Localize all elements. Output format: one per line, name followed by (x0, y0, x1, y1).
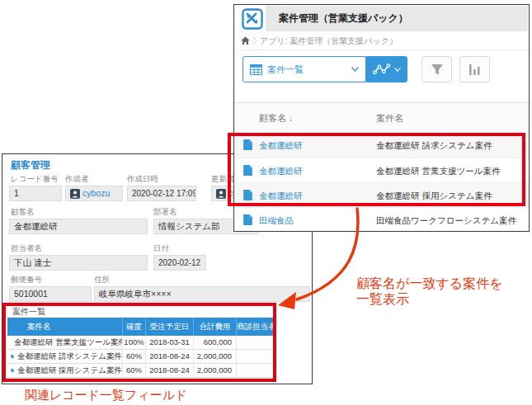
case-name: 金都運総研 請求システム案件 (376, 133, 492, 158)
page-title: 顧客管理 (11, 158, 50, 172)
negotiator (237, 336, 273, 349)
total-cost: 2,000,000 (194, 350, 237, 363)
date-label: 日付 (153, 243, 169, 254)
table-row[interactable]: 金都運総研 金都運総研 営業支援ツール案件 (234, 158, 529, 182)
created-value: 2020-02-12 17:09 (127, 186, 196, 201)
case-table-header: 顧客名 ↓ 案件名 (234, 102, 529, 133)
person-value: 下山 達士 (9, 255, 148, 271)
updater-label: 更新者 (211, 174, 235, 185)
toolbar: 案件一覧 (234, 51, 529, 87)
total-cost: 2,000,000 (194, 364, 237, 377)
annotation-match-note: 顧客名が一致する案件を 一覧表示 (356, 275, 503, 307)
customer-link[interactable]: 田端食品 (259, 208, 294, 233)
header-customer[interactable]: 顧客名 ↓ (259, 103, 293, 134)
address-value: 岐阜県岐阜市×××× (94, 286, 310, 302)
app-icon (242, 8, 263, 30)
chevron-down-icon (394, 68, 401, 72)
funnel-icon (431, 64, 444, 76)
col-negotiator: 商談担当者 (237, 318, 273, 336)
sort-desc-icon: ↓ (289, 114, 293, 123)
related-list-header: 案件名 確度 受注予定日 合計費用 商談担当者 (7, 318, 273, 336)
chevron-down-icon (351, 67, 359, 72)
col-probability: 確度 (123, 318, 146, 336)
breadcrumb-text[interactable]: アプリ: 案件管理（営業支援パック） (260, 32, 398, 50)
record-icon (242, 214, 253, 226)
view-selector-label: 案件一覧 (267, 64, 304, 76)
user-icon (216, 189, 226, 199)
record-icon (11, 365, 14, 375)
case-name: 金都運総研 営業支援ツール案件 (376, 158, 500, 183)
zip-value: 5010001 (9, 286, 92, 302)
customer-link[interactable]: 金都運総研 (259, 133, 303, 158)
customer-link[interactable]: 金都運総研 (259, 183, 303, 208)
address-label: 住所 (94, 275, 110, 285)
case-name: 金都運総研 採用システム案件 (376, 183, 492, 208)
customer-name-label: 顧客名 (11, 207, 35, 218)
creator-label: 作成者 (65, 174, 89, 185)
bar-chart-icon (468, 64, 481, 76)
probability: 60% (123, 350, 146, 363)
record-icon (242, 164, 253, 177)
header-case[interactable]: 案件名 (376, 103, 403, 134)
user-icon (70, 189, 80, 199)
customer-link[interactable]: 金都運総研 (259, 158, 303, 183)
total-cost: 600,000 (194, 336, 237, 349)
case-name: 金都運総研 請求システム案件 (17, 350, 122, 363)
table-row[interactable]: 金都運総研 金都運総研 採用システム案件 (234, 182, 529, 207)
order-date: 2018-08-24 (146, 350, 194, 363)
negotiator (237, 350, 273, 363)
record-no-value: 1 (9, 186, 62, 201)
view-selector-group: 案件一覧 (242, 56, 407, 82)
date-value: 2020-02-12 (153, 255, 206, 271)
related-list-label: 案件一覧 (12, 306, 45, 318)
home-icon[interactable] (241, 36, 250, 45)
created-label: 作成日時 (127, 174, 158, 185)
record-no-label: レコード番号 (11, 174, 59, 185)
view-selector[interactable]: 案件一覧 (242, 56, 366, 82)
chart-button[interactable] (459, 56, 490, 82)
line-graph-icon (373, 63, 391, 76)
related-row[interactable]: 金都運総研 請求システム案件 60% 2018-08-24 2,000,000 (7, 350, 273, 364)
order-date: 2018-03-31 (146, 336, 194, 349)
breadcrumb: アプリ: 案件管理（営業支援パック） (234, 32, 529, 50)
related-row[interactable]: 金都運総研 採用システム案件 60% 2018-08-24 2,000,000 (7, 364, 273, 378)
case-table-rows: 金都運総研 金都運総研 請求システム案件 金都運総研 金都運総研 営業支援ツール… (234, 133, 529, 232)
app-header: 案件管理（営業支援パック） (234, 5, 529, 32)
case-name: 金都運総研 営業支援ツール案件 (14, 336, 123, 349)
person-label: 担当者名 (11, 243, 42, 254)
app-title: 案件管理（営業支援パック） (279, 5, 408, 31)
customer-name-value: 金都運総研 (9, 219, 148, 234)
col-total-cost: 合計費用 (194, 318, 237, 336)
related-record-list: 案件名 確度 受注予定日 合計費用 商談担当者 金都運総研 営業支援ツール案件 … (7, 318, 273, 378)
annotation-related-field-note: 関連レコード一覧フィールド (25, 388, 187, 403)
case-name: 田端食品ワークフローシステム案件 (376, 208, 516, 233)
record-icon (242, 189, 253, 201)
case-management-window: 案件管理（営業支援パック） アプリ: 案件管理（営業支援パック） 案件一覧 (233, 4, 530, 232)
creator-value: cybozu (65, 186, 123, 201)
col-order-date: 受注予定日 (146, 318, 194, 336)
probability: 100% (123, 336, 146, 349)
table-grid-icon (250, 64, 262, 75)
zip-label: 郵便番号 (11, 275, 42, 285)
creator-link[interactable]: cybozu (82, 186, 110, 200)
record-icon (242, 139, 253, 151)
col-case-name: 案件名 (7, 318, 123, 336)
table-row[interactable]: 金都運総研 金都運総研 請求システム案件 (234, 133, 529, 158)
breadcrumb-separator-icon (252, 36, 257, 45)
related-row[interactable]: 金都運総研 営業支援ツール案件 100% 2018-03-31 600,000 (7, 336, 273, 350)
graph-button[interactable] (366, 56, 407, 82)
order-date: 2018-08-24 (146, 364, 194, 377)
negotiator (237, 364, 273, 377)
filter-button[interactable] (421, 56, 452, 82)
record-icon (11, 351, 14, 361)
case-name: 金都運総研 採用システム案件 (17, 364, 122, 377)
screenshot-stage: 顧客管理 レコード番号 作成者 作成日時 更新者 1 cybozu 2020-0… (0, 0, 532, 405)
department-label: 部署名 (153, 207, 177, 218)
probability: 60% (123, 364, 146, 377)
table-row[interactable]: 田端食品 田端食品ワークフローシステム案件 (234, 207, 529, 232)
